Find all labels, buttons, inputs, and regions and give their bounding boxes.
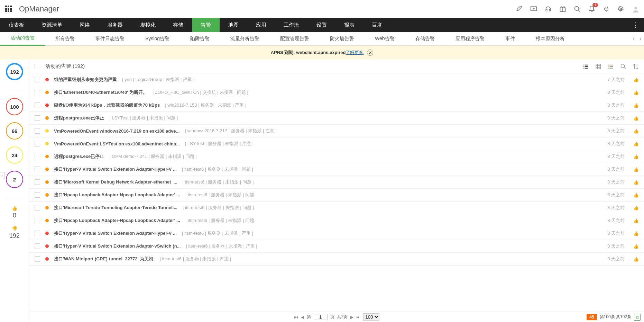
sub-nav-item[interactable]: 事件日志告警 (85, 32, 135, 46)
thumbs-up-icon[interactable]: 👍 (633, 154, 639, 159)
sub-nav-item[interactable]: 防火墙告警 (320, 32, 365, 46)
nav-item[interactable]: 应用 (247, 18, 275, 32)
alarm-list[interactable]: 组的严重级别从未知变更为严重 | yun | LogicalGroup | 未指… (29, 73, 644, 312)
sub-nav-left-icon[interactable]: ‹ (630, 36, 637, 41)
thumbs-up-icon[interactable]: 👍 (633, 244, 639, 249)
apps-grid-icon[interactable] (5, 6, 12, 12)
sub-nav-item[interactable]: 存储告警 (405, 32, 445, 46)
nav-item[interactable]: 工作流 (275, 18, 308, 32)
user-icon[interactable] (632, 6, 639, 12)
alarm-row[interactable]: VmPoweredOnEvent:windows2016-7.219 on es… (29, 125, 644, 137)
view-list-icon[interactable] (583, 63, 589, 70)
pager-window-icon[interactable]: ⧉ (634, 314, 641, 321)
page-input[interactable] (314, 314, 328, 320)
page-size-select[interactable]: 100 (363, 313, 379, 321)
row-checkbox[interactable] (35, 167, 40, 172)
bell-icon[interactable]: 1 (588, 6, 595, 12)
thumbs-up-icon[interactable]: 👍 (633, 90, 639, 95)
nav-item[interactable]: 百度 (363, 18, 391, 32)
alarm-row[interactable]: 接口'Microsoft Kernel Debug Network Adapte… (29, 176, 644, 189)
view-colored-list-icon[interactable] (608, 63, 614, 70)
pager-last-icon[interactable]: ⏭ (356, 315, 360, 320)
search-icon[interactable] (574, 6, 581, 12)
close-notice-icon[interactable]: ✕ (367, 50, 373, 56)
alarm-row[interactable]: 接口'Ethernet1/0/40-Ethernet1/0/40' 为断开。 |… (29, 86, 644, 99)
thumbs-up-icon[interactable]: 👍 (633, 193, 639, 198)
stat-info[interactable]: 2 (6, 171, 23, 188)
row-checkbox[interactable] (35, 102, 40, 108)
pager-pill[interactable]: 45 (587, 314, 597, 320)
nav-item[interactable]: 告警 (192, 18, 220, 32)
alarm-row[interactable]: 接口'WAN Miniport (GRE)-tunnel_32772' 为关闭.… (29, 253, 644, 266)
row-checkbox[interactable] (35, 243, 40, 249)
row-checkbox[interactable] (35, 218, 40, 223)
thumbs-up-icon[interactable]: 👍 (633, 141, 639, 146)
gift-icon[interactable] (559, 6, 566, 12)
stat-major[interactable]: 66 (6, 122, 23, 140)
stat-total[interactable]: 192 (6, 63, 23, 80)
sub-nav-item[interactable]: Syslog告警 (135, 32, 180, 46)
row-checkbox[interactable] (35, 179, 40, 185)
thumbs-up-icon[interactable]: 👍 (633, 231, 639, 236)
thumbs-up-icon[interactable]: 👍 (633, 167, 639, 172)
nav-item[interactable]: 地图 (220, 18, 247, 32)
alarm-row[interactable]: 进程postgres.exe已停止 | LSYTest | 服务器 | 未指派 … (29, 112, 644, 125)
rocket-icon[interactable] (516, 6, 523, 12)
nav-item[interactable]: 仪表板 (0, 18, 33, 32)
nav-item[interactable]: 虚拟化 (131, 18, 164, 32)
nav-item[interactable]: 资源清单 (33, 18, 71, 32)
alarm-row[interactable]: 接口'Hyper-V Virtual Switch Extension Adap… (29, 227, 644, 240)
nav-item[interactable]: 设置 (308, 18, 335, 32)
row-checkbox[interactable] (35, 115, 40, 121)
panel-expand-icon[interactable]: › (0, 172, 5, 179)
nav-item[interactable]: 存储 (164, 18, 192, 32)
alarm-row[interactable]: 接口'Hyper-V Virtual Switch Extension Adap… (29, 163, 644, 176)
thumbs-up-icon[interactable]: 👍 (633, 205, 639, 211)
select-all-checkbox[interactable] (35, 64, 40, 69)
nav-item[interactable]: 网络 (71, 18, 99, 32)
sort-icon[interactable] (633, 63, 639, 70)
view-grid-icon[interactable] (595, 63, 601, 70)
thumbs-up-icon[interactable]: 👍 (633, 103, 639, 108)
nav-more-icon[interactable]: ⋮ (627, 21, 644, 29)
stat-thumbs-up[interactable]: 👍 0 (12, 206, 17, 219)
gear-icon[interactable] (617, 6, 624, 12)
sub-nav-item[interactable]: 根本原因分析 (525, 32, 575, 46)
alarm-row[interactable]: 接口'Microsoft Teredo Tunneling Adapter-Te… (29, 202, 644, 214)
alarm-row[interactable]: 接口'Npcap Loopback Adapter-Npcap Loopback… (29, 189, 644, 202)
nav-item[interactable]: 报表 (335, 18, 363, 32)
alarm-row[interactable]: 接口'Hyper-V Virtual Switch Extension Adap… (29, 240, 644, 253)
stat-minor[interactable]: 24 (6, 146, 23, 164)
stat-thumbs-down[interactable]: 👎 192 (9, 226, 20, 240)
thumbs-up-icon[interactable]: 👍 (633, 218, 639, 223)
alarm-row[interactable]: 磁盘I/O使用为934 kBps，此监视器的阈值为70 kBps | win20… (29, 99, 644, 112)
pager-first-icon[interactable]: ⏮ (294, 315, 298, 320)
monitor-icon[interactable] (530, 6, 537, 12)
row-checkbox[interactable] (35, 77, 40, 82)
row-checkbox[interactable] (35, 231, 40, 236)
thumbs-up-icon[interactable]: 👍 (633, 180, 639, 185)
row-checkbox[interactable] (35, 256, 40, 262)
alarm-row[interactable]: VmPoweredOnEvent:LSYTest on esx100.adven… (29, 137, 644, 150)
stat-critical[interactable]: 100 (6, 98, 23, 115)
sub-nav-item[interactable]: 应用程序告警 (445, 32, 495, 46)
row-checkbox[interactable] (35, 128, 40, 134)
headset-icon[interactable] (545, 6, 552, 12)
thumbs-up-icon[interactable]: 👍 (633, 77, 639, 82)
sub-nav-item[interactable]: 所有告警 (45, 32, 85, 46)
row-checkbox[interactable] (35, 192, 40, 198)
sub-nav-item[interactable]: Web告警 (365, 32, 405, 46)
thumbs-up-icon[interactable]: 👍 (633, 257, 639, 262)
sub-nav-right-icon[interactable]: › (637, 36, 644, 41)
pager-prev-icon[interactable]: ◀ (301, 315, 304, 320)
row-checkbox[interactable] (35, 90, 40, 95)
row-checkbox[interactable] (35, 205, 40, 211)
alarm-row[interactable]: 组的严重级别从未知变更为严重 | yun | LogicalGroup | 未指… (29, 73, 644, 86)
sub-nav-item[interactable]: 陷阱告警 (180, 32, 220, 46)
alarm-row[interactable]: 进程postgres.exe已停止 | OPM demo-7.241 | 服务器… (29, 150, 644, 163)
notice-link[interactable]: 了解更多 (346, 50, 364, 55)
thumbs-up-icon[interactable]: 👍 (633, 128, 639, 134)
thumbs-up-icon[interactable]: 👍 (633, 116, 639, 121)
sub-nav-item[interactable]: 活动的告警 (0, 32, 45, 46)
pager-next-icon[interactable]: ▶ (350, 315, 353, 320)
